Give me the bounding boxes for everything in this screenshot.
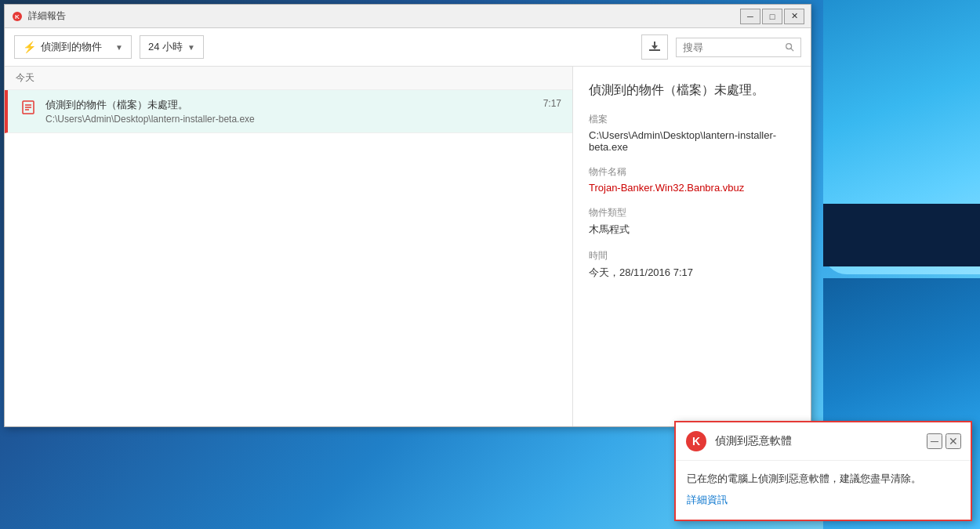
detail-title: 偵測到的物件（檔案）未處理。	[589, 82, 795, 99]
window-controls: ─ □ ✕	[740, 9, 804, 24]
notification-popup: K 偵測到惡意軟體 ─ ✕ 已在您的電腦上偵測到惡意軟體，建議您盡早清除。 詳細…	[674, 421, 972, 521]
detail-object-type-section: 物件類型 木馬程式	[589, 206, 795, 237]
detail-object-name-section: 物件名稱 Trojan-Banker.Win32.Banbra.vbuz	[589, 165, 795, 194]
notification-controls: ─ ✕	[927, 433, 961, 449]
svg-text:K: K	[15, 13, 20, 20]
dropdown-arrow-icon: ▼	[115, 43, 123, 52]
filter-dropdown[interactable]: ⚡ 偵測到的物件 ▼	[14, 35, 132, 59]
svg-marker-4	[652, 45, 658, 49]
log-item-icon	[19, 98, 38, 117]
log-item-time: 7:17	[543, 98, 561, 109]
svg-point-5	[786, 44, 792, 49]
export-button[interactable]	[641, 34, 668, 60]
log-item-content: 偵測到的物件（檔案）未處理。 C:\Users\Admin\Desktop\la…	[45, 98, 543, 125]
content-area: 今天 偵測到的物件（檔案）未處理。 C:\Users\Admin\Desktop…	[5, 67, 811, 426]
filter-label: 偵測到的物件	[41, 40, 102, 54]
detail-file-section: 檔案 C:\Users\Admin\Desktop\lantern-instal…	[589, 113, 795, 153]
notification-minimize-button[interactable]: ─	[927, 433, 942, 449]
date-header: 今天	[5, 67, 572, 90]
notification-details-link[interactable]: 詳細資訊	[687, 494, 728, 505]
time-dropdown[interactable]: 24 小時 ▼	[140, 35, 204, 59]
time-arrow-icon: ▼	[187, 43, 195, 52]
export-icon	[648, 40, 662, 54]
notification-message: 已在您的電腦上偵測到惡意軟體，建議您盡早清除。	[687, 472, 960, 486]
notification-header: K 偵測到惡意軟體 ─ ✕	[676, 422, 971, 461]
window-title: 詳細報告	[28, 9, 740, 23]
notification-title: 偵測到惡意軟體	[715, 434, 927, 448]
log-item-subtitle: C:\Users\Admin\Desktop\lantern-installer…	[45, 114, 543, 125]
search-box[interactable]	[676, 38, 801, 57]
object-type-label: 物件類型	[589, 206, 795, 219]
time-label: 24 小時	[148, 40, 183, 54]
main-window: K 詳細報告 ─ □ ✕ ⚡ 偵測到的物件 ▼ 24 小時 ▼	[4, 4, 811, 427]
object-type-value: 木馬程式	[589, 223, 795, 237]
log-item-title: 偵測到的物件（檔案）未處理。	[45, 98, 543, 112]
log-item[interactable]: 偵測到的物件（檔案）未處理。 C:\Users\Admin\Desktop\la…	[5, 90, 572, 133]
maximize-button[interactable]: □	[762, 9, 782, 24]
close-button[interactable]: ✕	[784, 9, 804, 24]
notification-body: 已在您的電腦上偵測到惡意軟體，建議您盡早清除。 詳細資訊	[676, 461, 971, 520]
minimize-button[interactable]: ─	[740, 9, 760, 24]
time-value: 今天，28/11/2016 7:17	[589, 266, 795, 280]
search-input[interactable]	[683, 42, 785, 53]
right-panel: 偵測到的物件（檔案）未處理。 檔案 C:\Users\Admin\Desktop…	[573, 67, 811, 426]
time-label: 時間	[589, 249, 795, 263]
svg-text:K: K	[692, 435, 700, 447]
left-panel: 今天 偵測到的物件（檔案）未處理。 C:\Users\Admin\Desktop…	[5, 67, 573, 426]
toolbar: ⚡ 偵測到的物件 ▼ 24 小時 ▼	[5, 28, 811, 67]
bolt-icon: ⚡	[23, 41, 36, 53]
object-name-value: Trojan-Banker.Win32.Banbra.vbuz	[589, 182, 795, 194]
file-value: C:\Users\Admin\Desktop\lantern-installer…	[589, 129, 795, 153]
kaspersky-logo: K	[685, 430, 707, 452]
notification-close-button[interactable]: ✕	[946, 433, 961, 449]
object-name-label: 物件名稱	[589, 165, 795, 179]
detail-time-section: 時間 今天，28/11/2016 7:17	[589, 249, 795, 280]
file-label: 檔案	[589, 113, 795, 126]
search-icon	[785, 42, 794, 53]
svg-rect-2	[649, 49, 660, 51]
svg-line-6	[791, 49, 793, 51]
window-icon: K	[11, 10, 24, 23]
title-bar: K 詳細報告 ─ □ ✕	[5, 5, 811, 28]
